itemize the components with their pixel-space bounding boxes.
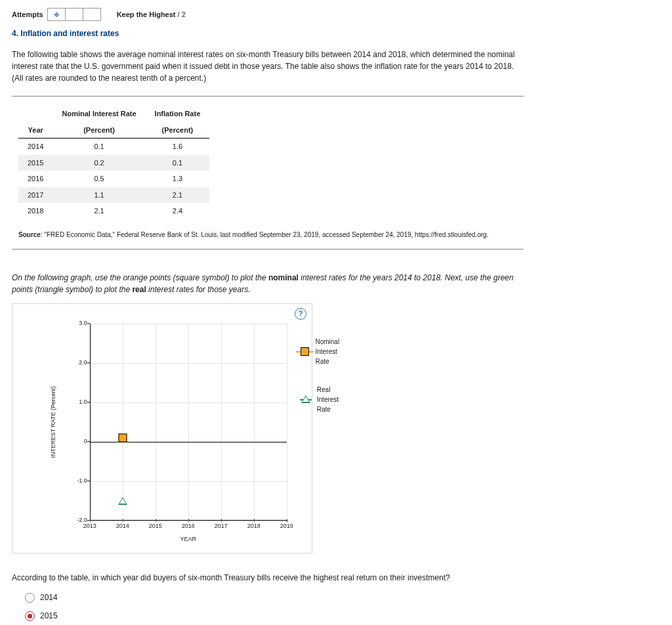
table-row: 20160.51.3 xyxy=(18,171,209,187)
legend-real[interactable]: Real Interest Rate xyxy=(300,385,349,414)
intro-text: The following table shows the average no… xyxy=(12,49,524,84)
th-nominal-unit: (Percent) xyxy=(52,122,145,139)
nominal-point[interactable] xyxy=(118,433,127,442)
move-icon[interactable]: ✥ xyxy=(48,9,66,20)
section-title: 4. Inflation and interest rates xyxy=(12,28,660,39)
question-text: According to the table, in which year di… xyxy=(12,572,660,584)
keep-highest-label: Keep the Highest xyxy=(117,11,176,18)
option-2014[interactable]: 2014 xyxy=(25,592,660,603)
table-row: 20182.12.4 xyxy=(18,203,209,219)
real-point[interactable] xyxy=(118,497,127,505)
th-inflation-unit: (Percent) xyxy=(146,122,210,139)
graph-instructions: On the following graph, use the orange p… xyxy=(12,272,524,295)
square-icon xyxy=(301,347,309,356)
divider xyxy=(12,96,524,97)
help-icon[interactable]: ? xyxy=(295,308,306,320)
table-row: 20140.11.6 xyxy=(18,139,209,155)
option-2015[interactable]: 2015 xyxy=(25,610,660,622)
plot-area[interactable]: 2013201420152016201720182019-2.0-1.001.0… xyxy=(90,324,287,521)
radio-icon[interactable] xyxy=(25,593,35,603)
chart-container[interactable]: ? INTEREST RATE (Percent) 20132014201520… xyxy=(12,303,312,554)
attempt-slot-2[interactable] xyxy=(83,9,100,20)
radio-icon[interactable] xyxy=(25,611,35,621)
chart-legend[interactable]: Nominal Interest Rate Real Interest Rate xyxy=(300,337,349,433)
triangle-icon xyxy=(301,395,310,403)
attempts-bar: Attempts ✥ Keep the Highest / 2 xyxy=(12,8,660,21)
attempt-boxes[interactable]: ✥ xyxy=(47,8,101,21)
source-line: Source: "FRED Economic Data," Federal Re… xyxy=(18,230,530,240)
th-nominal: Nominal Interest Rate xyxy=(52,106,145,122)
radio-options: 2014 2015 2016 2017 2018 xyxy=(25,592,660,625)
divider xyxy=(12,249,524,249)
keep-highest-of: / 2 xyxy=(178,11,186,18)
attempts-label: Attempts xyxy=(12,9,43,20)
table-row: 20171.12.1 xyxy=(18,187,209,204)
rates-table: Nominal Interest Rate Inflation Rate Yea… xyxy=(18,106,209,219)
y-axis-label: INTEREST RATE (Percent) xyxy=(49,386,58,458)
legend-nominal[interactable]: Nominal Interest Rate xyxy=(300,337,349,366)
th-year: Year xyxy=(18,122,52,139)
th-inflation: Inflation Rate xyxy=(146,106,210,122)
attempt-slot-1[interactable] xyxy=(66,9,83,20)
x-axis-label: YEAR xyxy=(180,535,196,544)
table-row: 20150.20.1 xyxy=(18,155,209,171)
